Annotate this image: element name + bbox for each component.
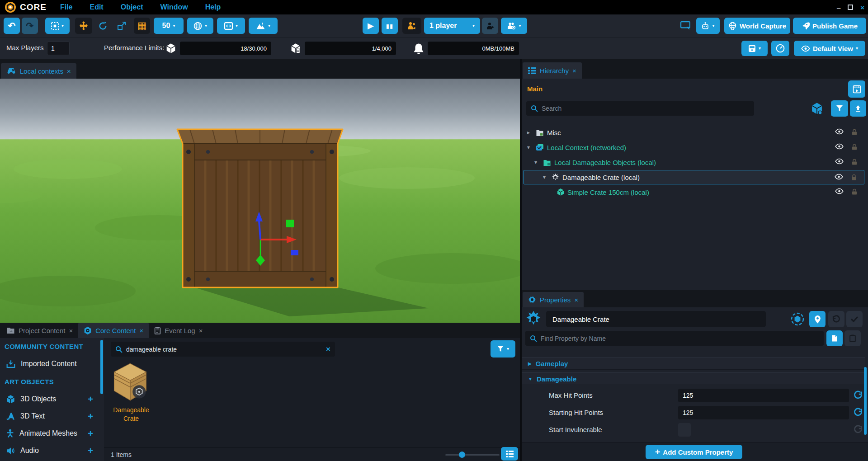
redo-button[interactable]: ↷ [22,18,38,34]
terrain-dropdown[interactable]: ▾ [249,18,278,34]
save-dropdown[interactable]: ▾ [741,41,768,56]
eye-icon[interactable] [835,158,844,165]
scale-tool-button[interactable] [113,18,130,34]
property-search-input[interactable] [541,335,819,342]
expander-icon[interactable]: ▾ [534,159,540,165]
viewport-3d-scene[interactable] [0,79,520,323]
tab-local-contexts[interactable]: Local contexts × [1,63,76,79]
lock-icon[interactable] [852,144,857,151]
tree-row-misc[interactable]: ▸ Misc [524,125,864,140]
object-name-input[interactable] [546,311,766,327]
grid-size-dropdown[interactable]: 50 ▾ [154,18,184,34]
network-cube-icon[interactable] [811,102,823,115]
starting-hit-points-input[interactable] [678,406,849,419]
find-in-scene-button[interactable] [809,311,826,327]
hierarchy-search[interactable] [526,101,754,116]
move-tool-button[interactable] [75,18,92,34]
close-icon[interactable]: × [572,67,576,75]
add-custom-property-button[interactable]: + Add Custom Property [646,445,742,459]
eye-icon[interactable] [835,188,844,194]
tree-row-local-context[interactable]: ▾ Local Context (networked) [524,140,864,155]
scene-capture-button[interactable] [848,80,865,98]
default-view-dropdown[interactable]: Default View ▾ [794,41,865,56]
copy-properties-button[interactable] [826,330,843,346]
menu-help[interactable]: Help [205,3,221,11]
close-icon[interactable]: × [69,327,73,334]
grid-snap-button[interactable]: ▦ [134,18,150,34]
close-icon[interactable]: × [574,296,578,304]
script-panel-dropdown[interactable]: ▾ [217,18,245,34]
sidebar-item-animated-meshes[interactable]: Animated Meshes + [0,426,99,441]
content-search[interactable]: × [111,342,335,357]
sidebar-item-imported-content[interactable]: Imported Content [0,356,99,372]
close-icon[interactable]: × [67,67,71,75]
apply-button[interactable] [846,311,863,327]
player-count-dropdown[interactable]: 1 player ▾ [424,18,480,34]
clear-search-icon[interactable]: × [326,345,330,354]
add-icon[interactable]: + [88,428,93,439]
player-settings-dropdown[interactable]: ▾ [501,18,527,34]
pause-button[interactable]: ▮▮ [382,18,398,34]
property-search[interactable] [525,331,824,346]
view-mode-button[interactable] [501,447,518,461]
multiplayer-preview-button[interactable] [402,18,421,34]
undo-button[interactable]: ↶ [4,18,20,34]
tab-core-content[interactable]: Core Content × [78,323,149,338]
sidebar-scrollbar[interactable] [100,340,103,394]
close-button[interactable]: × [860,4,864,11]
tab-hierarchy[interactable]: Hierarchy × [523,62,582,79]
sidebar-item-3d-objects[interactable]: 3D Objects + [0,391,99,407]
tab-project-content[interactable]: Project Content × [1,323,78,338]
section-gameplay[interactable]: ▶ Gameplay [522,357,865,370]
networked-context-icon[interactable] [790,312,805,326]
section-damageable[interactable]: ▼ Damageable [522,372,865,385]
screen-share-button[interactable] [677,18,693,34]
tab-event-log[interactable]: Event Log × [149,323,208,338]
menu-object[interactable]: Object [121,3,143,11]
slider-thumb[interactable] [459,452,465,458]
menu-file[interactable]: File [60,3,73,11]
add-icon[interactable]: + [88,411,93,422]
lock-icon[interactable] [852,159,857,165]
reset-field-icon[interactable] [854,390,863,400]
paste-properties-button[interactable] [844,330,861,346]
performance-gauge-button[interactable] [771,41,789,56]
environment-dropdown[interactable]: ▾ [187,18,213,34]
hierarchy-export-button[interactable] [850,100,866,117]
rotate-tool-button[interactable] [94,18,111,34]
thumbnail-size-slider[interactable] [445,454,500,456]
eye-icon[interactable] [835,143,844,150]
add-icon[interactable]: + [88,446,93,456]
select-mode-dropdown[interactable]: ▾ [45,18,70,34]
close-icon[interactable]: × [139,327,143,334]
reset-field-icon[interactable] [854,408,863,417]
start-invulnerable-checkbox[interactable] [678,423,691,437]
eye-icon[interactable] [835,128,844,135]
sidebar-item-audio[interactable]: Audio + [0,443,99,458]
menu-edit[interactable]: Edit [90,3,103,11]
hierarchy-search-input[interactable] [542,105,750,112]
play-button[interactable]: ▶ [363,18,379,34]
lock-icon[interactable] [852,188,857,195]
menu-window[interactable]: Window [160,3,188,11]
max-hit-points-input[interactable] [678,389,849,402]
sidebar-item-3d-text[interactable]: 3D Text + [0,409,99,424]
expander-icon[interactable]: ▸ [527,129,533,136]
reset-object-button[interactable] [828,311,844,327]
close-icon[interactable]: × [199,327,203,334]
bot-dropdown[interactable]: ▾ [696,18,720,34]
add-icon[interactable]: + [88,394,93,405]
lock-icon[interactable] [851,174,857,181]
tree-row-local-damageable-objects[interactable]: ▾ Local Damageable Objects (local) [524,155,864,169]
content-filter-button[interactable]: ▾ [491,340,515,358]
eye-icon[interactable] [835,174,843,180]
max-players-input[interactable] [47,42,70,55]
content-item-damageable-crate[interactable]: Damageable Crate [112,362,150,434]
add-player-button[interactable] [482,18,498,34]
expander-icon[interactable]: ▾ [543,174,548,180]
content-search-input[interactable] [126,346,322,353]
tree-row-damageable-crate[interactable]: ▾ Damageable Crate (local) [524,170,864,184]
expander-icon[interactable]: ▾ [527,144,533,151]
properties-scrollbar[interactable] [864,367,867,435]
lock-icon[interactable] [852,129,857,136]
